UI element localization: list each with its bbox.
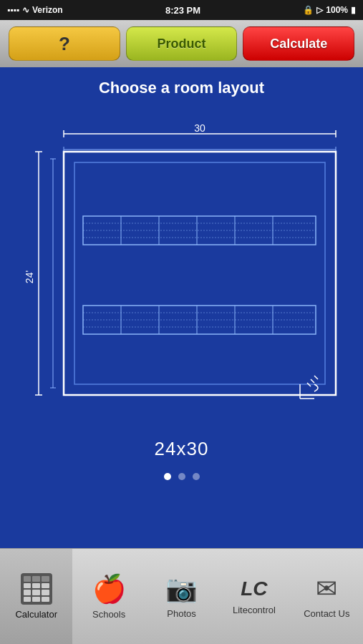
litecontrol-icon: LC	[241, 577, 267, 600]
svg-rect-14	[64, 152, 336, 395]
location-icon: ▷	[316, 5, 323, 15]
tab-contact-label: Contact Us	[304, 608, 349, 619]
main-content: Choose a room layout 30 24'	[0, 67, 363, 548]
pagination-dots	[164, 473, 200, 480]
schools-icon: 🍎	[92, 573, 126, 605]
tab-schools-label: Schools	[92, 609, 125, 620]
room-diagram: 30 24'	[17, 116, 347, 424]
pagination-dot-3[interactable]	[193, 473, 200, 480]
photos-icon: 📷	[165, 574, 198, 604]
calculate-button[interactable]: Calculate	[243, 26, 354, 61]
time-display: 8:23 PM	[165, 5, 200, 16]
room-diagram-container[interactable]: 30 24'	[17, 109, 347, 431]
tab-schools[interactable]: 🍎 Schools	[72, 549, 145, 644]
svg-line-38	[314, 376, 318, 379]
signal-icon: ▪▪▪▪	[7, 5, 19, 15]
wifi-icon: ∿	[22, 5, 29, 15]
help-button[interactable]: ?	[9, 26, 120, 61]
room-dimension-label: 24x30	[155, 438, 209, 460]
tab-photos[interactable]: 📷 Photos	[145, 549, 218, 644]
tab-calculator-label: Calculator	[15, 609, 57, 620]
tab-contact-us[interactable]: ✉ Contact Us	[291, 549, 363, 644]
tab-calculator[interactable]: Calculator	[0, 549, 72, 644]
tab-litecontrol[interactable]: LC Litecontrol	[218, 549, 290, 644]
pagination-dot-2[interactable]	[178, 473, 185, 480]
svg-text:24': 24'	[24, 270, 35, 283]
svg-text:30: 30	[194, 122, 205, 134]
carrier-info: ▪▪▪▪ ∿ Verizon	[7, 5, 63, 15]
tab-bar: Calculator 🍎 Schools 📷 Photos LC Litecon…	[0, 548, 363, 644]
battery-level: 100%	[326, 5, 348, 15]
tab-litecontrol-label: Litecontrol	[233, 605, 276, 615]
battery-info: 🔒 ▷ 100% ▮	[303, 5, 356, 15]
toolbar: ? Product Calculate	[0, 20, 363, 67]
svg-rect-15	[74, 162, 325, 384]
svg-line-37	[311, 379, 314, 383]
lock-icon: 🔒	[303, 5, 314, 15]
product-button[interactable]: Product	[126, 26, 238, 61]
carrier-name: Verizon	[32, 5, 63, 15]
pagination-dot-1[interactable]	[164, 473, 171, 480]
calculator-icon	[21, 573, 52, 605]
tab-photos-label: Photos	[167, 608, 195, 619]
room-layout-title: Choose a room layout	[99, 79, 264, 97]
contact-icon: ✉	[316, 574, 337, 604]
battery-icon: ▮	[351, 5, 356, 15]
status-bar: ▪▪▪▪ ∿ Verizon 8:23 PM 🔒 ▷ 100% ▮	[0, 0, 363, 20]
